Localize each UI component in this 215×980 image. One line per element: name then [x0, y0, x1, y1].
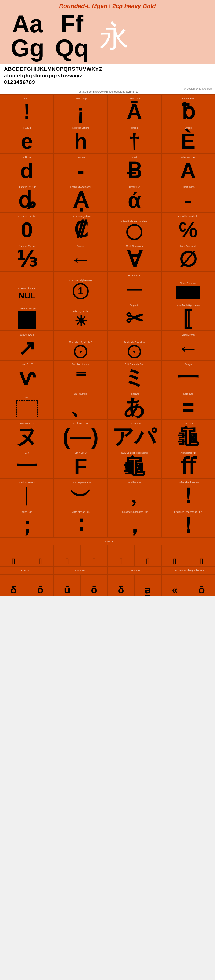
geo-square [18, 311, 36, 329]
cell-latinextd: Latin Ext D F [54, 449, 107, 479]
digits: 0123456789 [4, 79, 211, 86]
cell-kanasup: Kana Sup ； [0, 508, 54, 538]
cell-latinextadd: Latin Ext Additional Ạ [54, 183, 107, 213]
cjkextb-cell-3: 𠀂 [54, 545, 81, 566]
uppercase-alphabet: ABCDEFGHIJKLMNOPQRSTUVWXYZ [4, 66, 211, 73]
cell-katakanaext: Katakana Ext ヌ [0, 419, 54, 449]
cell-smallforms: Small Forms ﹐ [107, 479, 161, 508]
header: Rounded-L Mgen+ 2cp heavy Bold Aa Gg Ff … [0, 0, 215, 64]
cell-suparrowsb: Sup Arrows B ↗ [0, 331, 54, 360]
cell-controlpics: Control Pictures NUL [0, 272, 54, 301]
cjkextb-cell-5: 𠀄 [107, 545, 134, 566]
grid-row-1: ASCII ! Latin 1 Sup ¡ Latin Ext A Ā Lati… [0, 94, 215, 124]
dashed-rect [16, 400, 38, 417]
cell-cjkcompatforms: CJK Compat Forms ︶ [54, 479, 107, 508]
extb-label: CJK Ext B [0, 566, 54, 574]
cell-hiragana: Hiragana あ [107, 390, 161, 419]
cell-arrows: Arrows ← [54, 242, 107, 272]
grid-row-6: Number Forms ⅓ Arrows ← Math Operators ∀… [0, 242, 215, 272]
block-rect [176, 286, 200, 299]
cell-enclosedalphanumssup: Enclosed Alphanums Sup ， [107, 508, 161, 538]
sample-aa: Aa [11, 12, 45, 36]
cell-kangxi: Kangxi 一 [161, 360, 215, 390]
cell-latinextb: Latin Ext B ƀ [161, 94, 215, 124]
cell-miscarrows: Misc Arrows ← [161, 331, 215, 360]
glyph-grid: ASCII ! Latin 1 Sup ¡ Latin Ext A Ā Lati… [0, 94, 215, 596]
cell-latin1sup: Latin 1 Sup ¡ [54, 94, 107, 124]
circle-shape [126, 224, 142, 240]
cell-blockelements: Block Elements [161, 272, 215, 301]
cell-numberforms: Number Forms ⅓ [0, 242, 54, 272]
cjkcompatsup-label: CJK Compat Ideographs Sup [161, 566, 215, 574]
grid-row-7: Control Pictures NUL Enclosed Alphanums … [0, 272, 215, 301]
grid-row-15: Kana Sup ； Math Alphanums ∶ Enclosed Alp… [0, 508, 215, 538]
cell-letterlike: Letterlike Symbols ℅ [161, 213, 215, 242]
cell-boxdrawing: Box Drawing ─ [107, 272, 161, 301]
cjkextb-cell-8: 𠀇 [188, 545, 215, 566]
cell-alphabeticpb: Alphabetic PB ﬀ [161, 449, 215, 479]
cell-misctech: Misc Technical ∅ [161, 242, 215, 272]
cell-thai: Thai Ƀ [107, 153, 161, 183]
cell-phoneticextsup: Phonetic Ext Sup ȡ [0, 183, 54, 213]
sample-qq: Qq [55, 36, 89, 60]
cell-supmathops: Sup Math Operators [107, 331, 161, 360]
grid-row-14: Vertical Forms ︱ CJK Compat Forms ︶ Smal… [0, 479, 215, 508]
cell-enclosed-alphanums: Enclosed Alphanums 1 [54, 272, 107, 301]
cell-latinexta: Latin Ext A Ā [107, 94, 161, 124]
circle-one: 1 [73, 283, 89, 299]
last-cell-7: « [161, 574, 188, 596]
cell-hebrew: Hebrew ‐ [54, 153, 107, 183]
grid-row-8: Geometric Shapes Misc Symbols ☀ Dingbats… [0, 301, 215, 331]
cell-cyrillic: Cyrillic È [161, 124, 215, 153]
last-cell-6: a̲ [134, 574, 161, 596]
last-cell-5: δ [107, 574, 134, 596]
grid-row-11: IYC CJK Symbol 、 Hiragana あ Katakana = [0, 390, 215, 419]
grid-row-3: Cyrillic Sup d Hebrew ‐ Thai Ƀ Phonetic … [0, 153, 215, 183]
cell-katakana: Katakana = [161, 390, 215, 419]
cell-miscsymbols: Misc Symbols ☀ [54, 301, 107, 331]
last-cell-4: ō [81, 574, 107, 596]
grid-row-12: Katakana Ext ヌ Enclosed CJK (—) CJK Comp… [0, 419, 215, 449]
font-source: Font Source: http://www.fontke.com/font/… [0, 90, 215, 94]
cell-latinextc: Latin Ext C ⱱ [0, 360, 54, 390]
cell-phoneticext: Phonetic Ext A [161, 153, 215, 183]
cell-ascii: ASCII ! [0, 94, 54, 124]
extc-label: CJK Ext C [54, 566, 107, 574]
cell-cjkcompatideographs: CJK Compat Ideographs 龜 [107, 449, 161, 479]
cell-modifier: Modifier Letters h [54, 124, 107, 153]
copyright: © Design by fontke.com [0, 87, 215, 90]
cjkextb-cell-6: 𠀅 [134, 545, 161, 566]
circle-dot [74, 345, 88, 358]
cell-miscmatha: Misc Math Symbols A ⟦ [161, 301, 215, 331]
last-cell-1: δ [0, 574, 27, 596]
extd-label: CJK Ext D [107, 566, 161, 574]
cell-cjksymbol: CJK Symbol 、 [54, 390, 107, 419]
last-cell-3: ū [54, 574, 81, 596]
grid-row-9: Sup Arrows B ↗ Misc Math Symbols B Sup M… [0, 331, 215, 360]
cell-cjkcompat: CJK Compat アパ [107, 419, 161, 449]
cell-enclosedideographssup: Enclosed Ideographs Sup ！ [161, 508, 215, 538]
last-cell-8: ō [188, 574, 215, 596]
cell-punctuation: Punctuation ‐ [161, 183, 215, 213]
cell-diacriticals: Diacriticals For Symbols [107, 213, 161, 242]
alphabet-section: ABCDEFGHIJKLMNOPQRSTUVWXYZ abcdefghijklm… [0, 64, 215, 87]
cjkextb-cell-2: 𠀁 [27, 545, 54, 566]
cell-superandsubs: Super And Subs 0 [0, 213, 54, 242]
sample-gg: Gg [11, 36, 45, 60]
cjkextb-row: 𠀀 𠀁 𠀂 𠀃 𠀄 𠀅 𠀆 𠀇 [0, 545, 215, 566]
grid-row-10: Latin Ext C ⱱ Sup Punctuation ⁼ CJK Radi… [0, 360, 215, 390]
sample-ff: Ff [55, 12, 89, 36]
sample-cjk: 永 [99, 21, 129, 51]
font-title: Rounded-L Mgen+ 2cp heavy Bold [5, 3, 210, 10]
cell-cjkexta: CJK Ext A 龜 [161, 419, 215, 449]
cell-greek: Greek † [107, 124, 161, 153]
cell-miscmathb: Misc Math Symbols B [54, 331, 107, 360]
cell-greekext: Greek Ext ά [107, 183, 161, 213]
cell-cjkradicalssup: CJK Radicals Sup ミ [107, 360, 161, 390]
grid-row-2: IPA Ext e Modifier Letters h Greek † Cyr… [0, 124, 215, 153]
cjkextb-cell-7: 𠀆 [161, 545, 188, 566]
grid-row-13: CJK 一 Latin Ext D F CJK Compat Ideograph… [0, 449, 215, 479]
cell-iyc: IYC [0, 390, 54, 419]
cell-halfandfull: Half And Full Forms ！ [161, 479, 215, 508]
cell-dingbats: Dingbats ✂ [107, 301, 161, 331]
